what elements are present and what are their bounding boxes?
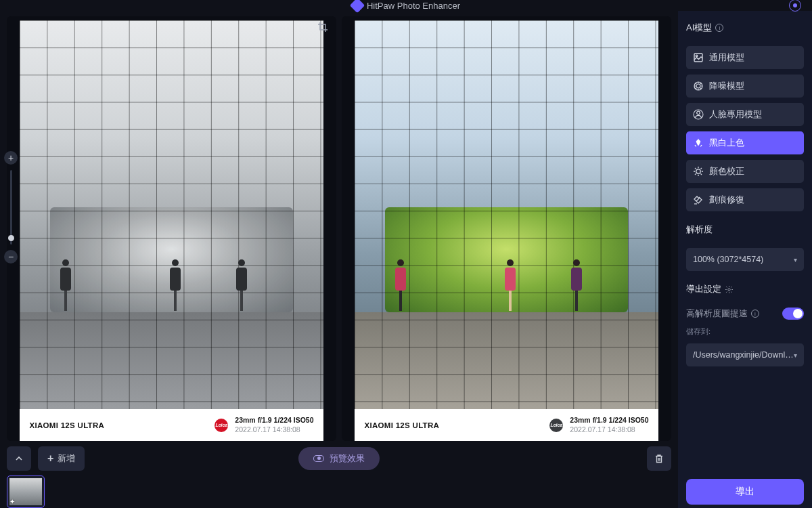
- result-panel: XIAOMI 12S ULTRA Leica 23mm f/1.9 1/224 …: [342, 16, 671, 441]
- save-path: /Users/wangxinjie/Downloads: [693, 350, 794, 360]
- export-button[interactable]: 導出: [686, 479, 804, 505]
- delete-button[interactable]: [647, 446, 671, 471]
- ai-models-title: AI模型 i: [686, 22, 804, 34]
- original-panel: XIAOMI 12S ULTRA Leica 23mm f/1.9 1/224 …: [7, 16, 336, 441]
- crop-icon[interactable]: [317, 22, 328, 33]
- photo-timestamp: 2022.07.17 14:38:08: [570, 425, 648, 434]
- preview-label: 預覽效果: [330, 452, 365, 465]
- hires-label: 高解析度圖提速: [686, 308, 748, 320]
- profile-icon[interactable]: [789, 0, 801, 12]
- result-image: [355, 20, 658, 409]
- hires-toggle[interactable]: [782, 308, 804, 320]
- thumbnail[interactable]: ✦: [7, 475, 45, 508]
- model-item-1[interactable]: 降噪模型: [686, 75, 804, 98]
- model-item-5[interactable]: 劃痕修復: [686, 188, 804, 211]
- compare-area: + − XIAOMI 12S ULTRA: [7, 16, 671, 441]
- chevron-down-icon: ▾: [794, 352, 797, 359]
- zoom-slider-track[interactable]: [10, 170, 12, 245]
- model-label: 降噪模型: [709, 81, 744, 92]
- model-label: 人臉專用模型: [709, 109, 762, 121]
- model-icon: [693, 81, 704, 91]
- camera-model: XIAOMI 12S ULTRA: [29, 421, 208, 429]
- eye-icon: [313, 455, 324, 462]
- camera-model: XIAOMI 12S ULTRA: [364, 421, 543, 429]
- leica-badge-icon: Leica: [549, 419, 563, 432]
- model-icon: [693, 52, 704, 63]
- resolution-title: 解析度: [686, 224, 804, 236]
- export-settings-title: 導出設定: [686, 283, 804, 295]
- model-label: 顏色校正: [709, 166, 744, 177]
- model-label: 黑白上色: [709, 137, 744, 149]
- model-item-4[interactable]: 顏色校正: [686, 160, 804, 183]
- original-caption: XIAOMI 12S ULTRA Leica 23mm f/1.9 1/224 …: [20, 409, 323, 440]
- chevron-down-icon: ▾: [794, 256, 797, 263]
- add-label: 新增: [58, 452, 75, 465]
- app-title: HitPaw Photo Enhancer: [367, 1, 460, 11]
- exif-info: 23mm f/1.9 1/224 ISO50: [570, 416, 648, 425]
- photo-timestamp: 2022.07.17 14:38:08: [235, 425, 313, 434]
- gear-icon[interactable]: [725, 285, 734, 294]
- save-to-label: 儲存到:: [686, 326, 804, 337]
- resolution-select[interactable]: 100% (3072*4574) ▾: [686, 248, 804, 271]
- sidebar: AI模型 i 通用模型降噪模型人臉專用模型黑白上色顏色校正劃痕修復 解析度 10…: [678, 11, 812, 508]
- zoom-out-button[interactable]: −: [4, 250, 18, 263]
- zoom-in-button[interactable]: +: [4, 151, 18, 165]
- model-item-2[interactable]: 人臉專用模型: [686, 103, 804, 126]
- model-label: 劃痕修復: [709, 194, 744, 206]
- model-icon: [693, 109, 704, 120]
- svg-point-6: [696, 169, 700, 173]
- info-icon[interactable]: i: [751, 310, 759, 318]
- resolution-value: 100% (3072*4574): [693, 255, 763, 264]
- result-caption: XIAOMI 12S ULTRA Leica 23mm f/1.9 1/224 …: [355, 409, 658, 440]
- add-button[interactable]: + 新增: [38, 446, 85, 471]
- original-image: [20, 20, 323, 409]
- svg-point-3: [696, 84, 700, 88]
- svg-point-4: [697, 111, 700, 114]
- svg-point-1: [696, 55, 697, 56]
- collapse-button[interactable]: [7, 446, 31, 471]
- info-icon[interactable]: i: [715, 24, 723, 32]
- model-item-3[interactable]: 黑白上色: [686, 131, 804, 154]
- model-icon: [693, 137, 704, 148]
- zoom-slider-thumb[interactable]: [8, 235, 14, 241]
- model-icon: [693, 166, 704, 177]
- model-icon: [693, 194, 704, 205]
- exif-info: 23mm f/1.9 1/224 ISO50: [235, 416, 313, 425]
- save-path-select[interactable]: /Users/wangxinjie/Downloads ▾: [686, 343, 804, 366]
- bottom-toolbar: + 新增 預覽效果: [7, 446, 671, 471]
- thumbnail-strip: ✦: [7, 471, 671, 508]
- preview-button[interactable]: 預覽效果: [298, 447, 380, 470]
- model-label: 通用模型: [709, 52, 744, 64]
- model-item-0[interactable]: 通用模型: [686, 46, 804, 69]
- leica-badge-icon: Leica: [215, 419, 228, 432]
- thumbnail-selected-icon: ✦: [9, 498, 15, 505]
- zoom-control: + −: [4, 151, 18, 263]
- svg-point-7: [728, 288, 730, 290]
- titlebar: HitPaw Photo Enhancer: [0, 0, 812, 11]
